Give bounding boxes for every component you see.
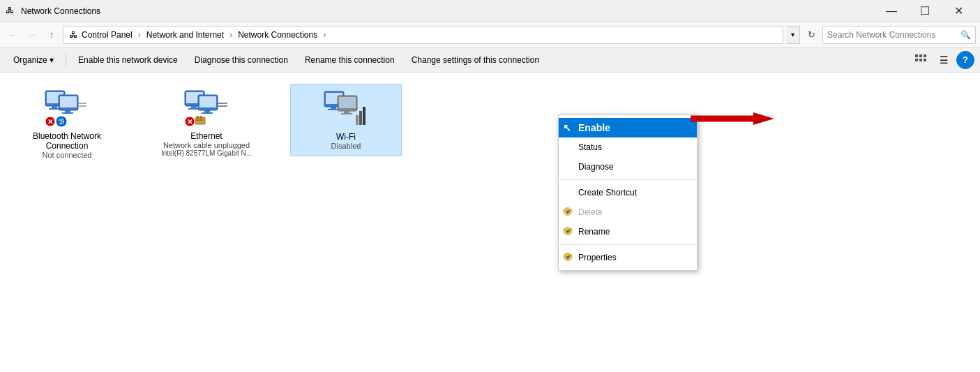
breadcrumb-sep-3: › [323,30,326,40]
address-dropdown-button[interactable]: ▾ [786,26,800,44]
content-area: ✕ ℬ Bluetooth Network Connection Not con… [0,73,980,372]
svg-rect-34 [200,116,202,119]
svg-rect-42 [344,111,349,113]
svg-rect-46 [363,107,365,125]
computer-icon-wifi [324,90,368,129]
wifi-icon-container [324,90,368,129]
svg-rect-3 [915,59,918,61]
wifi-name: Wi-Fi [331,132,361,142]
maximize-button[interactable]: ☐ [909,0,941,22]
toolbar-right: ☰ ? [912,50,974,70]
ethernet-item-text: Ethernet Network cable unplugged Intel(R… [161,131,252,157]
search-box[interactable]: 🔍 [822,26,976,44]
ethernet-detail: Intel(R) 82577LM Gigabit N... [161,149,252,157]
shield-icon-rename [563,226,573,238]
context-menu-status[interactable]: Status [559,137,697,157]
search-icon: 🔍 [960,30,971,40]
svg-text:ℬ: ℬ [59,118,64,126]
breadcrumb-control-panel[interactable]: Control Panel [82,30,133,40]
close-button[interactable]: ✕ [942,0,974,22]
svg-rect-8 [52,106,57,108]
svg-rect-41 [339,97,356,108]
refresh-button[interactable]: ↻ [803,27,820,43]
breadcrumb-sep-1: › [138,30,141,40]
shield-icon-delete [563,207,573,218]
bluetooth-connection-item[interactable]: ✕ ℬ Bluetooth Network Connection Not con… [11,84,123,165]
svg-rect-22 [191,106,197,108]
svg-rect-38 [331,107,336,109]
svg-rect-12 [65,110,70,112]
context-menu-delete: Delete [559,202,697,222]
context-menu-rename[interactable]: Rename [559,222,697,241]
enable-device-button[interactable]: Enable this network device [70,50,186,70]
back-button[interactable]: ← [4,27,21,43]
diagnose-connection-button[interactable]: Diagnose this connection [187,50,296,70]
svg-rect-43 [341,113,352,114]
toolbar-separator-1 [66,53,66,67]
ethernet-connection-item[interactable]: ✕ Ethernet Network cable unplugged Intel… [151,84,262,163]
breadcrumb-icon: 🖧 [69,30,77,40]
shield-icon-properties [563,252,573,264]
bluetooth-name: Bluetooth Network Connection [17,131,117,151]
view-options-button[interactable] [912,50,931,70]
svg-rect-2 [924,54,926,57]
title-bar-controls: — ☐ ✕ [875,0,974,22]
change-settings-button[interactable]: Change settings of this connection [404,50,547,70]
wifi-connection-item[interactable]: Wi-Fi Disabled [290,84,402,156]
svg-rect-44 [356,115,359,125]
bluetooth-item-text: Bluetooth Network Connection Not connect… [17,131,117,159]
title-bar-icon: 🖧 [6,6,17,17]
title-bar: 🖧 Network Connections — ☐ ✕ [0,0,980,22]
breadcrumb-network-internet[interactable]: Network and Internet [146,30,224,40]
minimize-button[interactable]: — [875,0,907,22]
context-sep-1 [559,179,697,180]
context-menu-properties[interactable]: Properties [559,248,697,267]
svg-text:✕: ✕ [187,118,193,126]
arrow-shape [691,112,774,125]
ethernet-name: Ethernet [161,131,252,141]
cursor-icon: ↖ [563,122,571,133]
forward-button[interactable]: → [24,27,40,43]
computer-icon-ethernet: ✕ [184,89,229,128]
wifi-status: Disabled [331,142,361,150]
svg-rect-4 [919,59,922,61]
organize-button[interactable]: Organize ▾ [6,50,61,70]
svg-rect-13 [62,112,73,114]
breadcrumb-sep-2: › [229,30,232,40]
address-bar: ← → ↑ 🖧 Control Panel › Network and Inte… [0,22,980,47]
rename-connection-button[interactable]: Rename this connection [297,50,402,70]
breadcrumb-network-connections[interactable]: Network Connections [238,30,317,40]
svg-rect-11 [60,96,77,107]
svg-text:✕: ✕ [47,118,53,126]
context-menu-enable[interactable]: ↖ Enable [559,118,697,137]
toolbar: Organize ▾ Enable this network device Di… [0,47,980,73]
context-menu-diagnose[interactable]: Diagnose [559,157,697,177]
svg-rect-0 [915,54,918,57]
context-menu-create-shortcut[interactable]: Create Shortcut [559,183,697,202]
svg-rect-1 [919,54,922,57]
up-button[interactable]: ↑ [43,27,60,43]
bluetooth-status: Not connected [17,151,117,159]
help-button[interactable]: ? [956,51,974,69]
svg-rect-35 [196,119,203,121]
wifi-item-text: Wi-Fi Disabled [331,132,361,150]
title-bar-title: Network Connections [21,6,875,16]
bluetooth-icon-container: ✕ ℬ [45,89,89,128]
svg-rect-25 [199,96,216,107]
search-input[interactable] [827,30,958,40]
svg-rect-33 [197,116,199,119]
ethernet-icon-container: ✕ [184,89,229,128]
computer-icon-bluetooth: ✕ ℬ [45,89,89,128]
context-sep-2 [559,244,697,245]
ethernet-status: Network cable unplugged [161,141,252,149]
svg-rect-5 [924,59,926,61]
context-menu: ↖ Enable Status Diagnose Create Shortcut [558,114,698,271]
svg-rect-27 [202,112,213,114]
red-arrow [691,112,774,125]
svg-rect-45 [359,111,362,125]
svg-rect-26 [204,110,210,112]
address-input[interactable]: 🖧 Control Panel › Network and Internet ›… [63,26,783,44]
view-toggle-button[interactable]: ☰ [934,50,953,70]
